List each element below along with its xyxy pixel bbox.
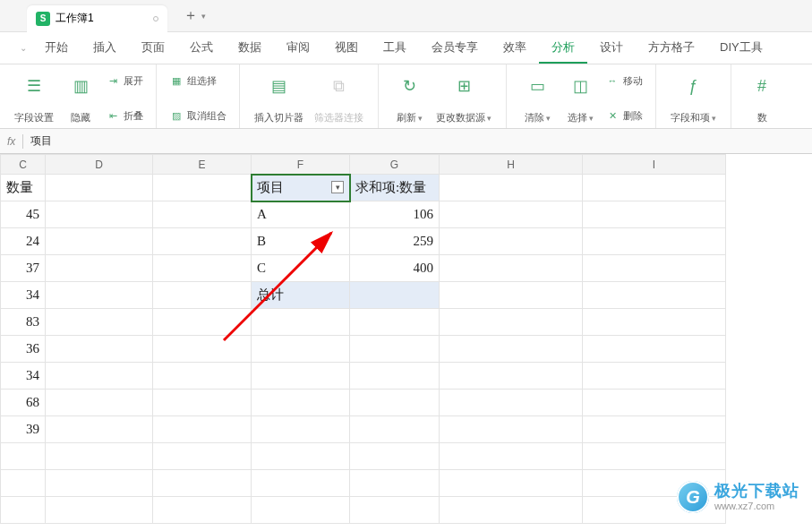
cell[interactable] xyxy=(1,443,46,470)
grid[interactable]: C D E F G H I 数量 项目 ▾ 求和项:数量 45 A 106 24 xyxy=(0,154,812,524)
pivot-row[interactable]: C xyxy=(252,255,350,282)
menu-page[interactable]: 页面 xyxy=(129,39,177,64)
menu-view[interactable]: 视图 xyxy=(322,39,371,64)
menu-member[interactable]: 会员专享 xyxy=(419,39,491,64)
pivot-value-header[interactable]: 求和项:数量 xyxy=(350,175,440,201)
cell[interactable] xyxy=(440,175,583,201)
cell[interactable] xyxy=(583,282,726,309)
cell[interactable] xyxy=(252,309,350,336)
menu-home[interactable]: 开始 xyxy=(32,39,81,64)
cell[interactable] xyxy=(440,309,583,336)
group-select-button[interactable]: ▦组选择 xyxy=(169,73,227,88)
menu-formulas[interactable]: 公式 xyxy=(177,39,226,64)
cell[interactable] xyxy=(46,363,153,390)
cell[interactable] xyxy=(440,390,583,416)
file-menu-icon[interactable]: ⌄ xyxy=(20,43,27,53)
cell[interactable] xyxy=(583,363,726,390)
cell[interactable]: 37 xyxy=(1,255,46,282)
cell[interactable] xyxy=(1,497,46,524)
cell[interactable]: 45 xyxy=(1,201,46,228)
cell[interactable] xyxy=(440,443,583,470)
cell[interactable] xyxy=(153,201,252,228)
cell[interactable] xyxy=(153,497,252,524)
fx-icon[interactable]: fx xyxy=(7,135,15,148)
cell[interactable] xyxy=(350,416,440,443)
cell[interactable]: 34 xyxy=(1,363,46,390)
insert-slicer-button[interactable]: ▤ 插入切片器 xyxy=(249,72,309,124)
cell[interactable] xyxy=(46,175,153,201)
cell[interactable] xyxy=(440,282,583,309)
cell[interactable] xyxy=(440,363,583,390)
cell[interactable] xyxy=(440,255,583,282)
col-header[interactable]: I xyxy=(583,155,726,175)
cell[interactable] xyxy=(46,282,153,309)
cell[interactable] xyxy=(153,363,252,390)
menu-tools[interactable]: 工具 xyxy=(371,39,419,64)
formula-value[interactable]: 项目 xyxy=(30,133,52,149)
pivot-value[interactable]: 400 xyxy=(350,255,440,282)
pivot-value[interactable]: 259 xyxy=(350,228,440,255)
pivot-row[interactable]: A xyxy=(252,201,350,228)
col-header[interactable]: G xyxy=(350,155,440,175)
cell[interactable] xyxy=(252,416,350,443)
col-header[interactable]: F xyxy=(252,155,350,175)
cell[interactable] xyxy=(583,255,726,282)
cell[interactable] xyxy=(440,497,583,524)
cell[interactable] xyxy=(46,443,153,470)
cell[interactable] xyxy=(153,282,252,309)
cell[interactable] xyxy=(46,228,153,255)
select-button[interactable]: ◫ 选择▾ xyxy=(559,72,602,124)
cell[interactable]: 83 xyxy=(1,309,46,336)
cell[interactable] xyxy=(350,309,440,336)
spreadsheet-area[interactable]: C D E F G H I 数量 项目 ▾ 求和项:数量 45 A 106 24 xyxy=(0,154,812,531)
cell[interactable]: 数量 xyxy=(1,175,46,201)
filter-dropdown-icon[interactable]: ▾ xyxy=(331,181,344,193)
menu-insert[interactable]: 插入 xyxy=(81,39,129,64)
cell[interactable] xyxy=(583,175,726,201)
cell[interactable] xyxy=(153,443,252,470)
col-header[interactable]: C xyxy=(1,155,46,175)
cell[interactable] xyxy=(153,228,252,255)
pivot-value[interactable]: 106 xyxy=(350,201,440,228)
cell[interactable]: 36 xyxy=(1,336,46,363)
cell[interactable] xyxy=(350,497,440,524)
cell[interactable] xyxy=(583,201,726,228)
cell[interactable] xyxy=(583,416,726,443)
cell[interactable] xyxy=(440,470,583,497)
move-button[interactable]: ↔移动 xyxy=(605,73,643,88)
number-button[interactable]: # 数 xyxy=(740,72,783,124)
cell[interactable] xyxy=(350,470,440,497)
cell[interactable] xyxy=(440,416,583,443)
cell[interactable] xyxy=(583,336,726,363)
cell[interactable] xyxy=(46,470,153,497)
cell[interactable] xyxy=(153,309,252,336)
delete-button[interactable]: ✕删除 xyxy=(605,108,643,123)
cell[interactable] xyxy=(46,416,153,443)
cell[interactable] xyxy=(153,470,252,497)
col-header[interactable]: D xyxy=(46,155,153,175)
new-tab-button[interactable]: ＋ xyxy=(184,6,198,25)
cell[interactable] xyxy=(153,175,252,201)
menu-diy[interactable]: DIY工具 xyxy=(707,39,775,64)
cell[interactable] xyxy=(153,255,252,282)
menu-design[interactable]: 设计 xyxy=(587,39,636,64)
change-source-button[interactable]: ⊞ 更改数据源▾ xyxy=(431,72,497,124)
ungroup-button[interactable]: ▨取消组合 xyxy=(169,108,227,123)
cell[interactable] xyxy=(46,255,153,282)
cell[interactable] xyxy=(583,390,726,416)
col-header[interactable]: H xyxy=(440,155,583,175)
expand-button[interactable]: ⇥展开 xyxy=(106,73,143,88)
menu-review[interactable]: 审阅 xyxy=(274,39,322,64)
cell[interactable]: 39 xyxy=(1,416,46,443)
cell[interactable] xyxy=(1,470,46,497)
cell[interactable] xyxy=(46,336,153,363)
cell[interactable] xyxy=(153,390,252,416)
menu-analyze[interactable]: 分析 xyxy=(539,39,587,64)
clear-button[interactable]: ▭ 清除▾ xyxy=(516,72,559,124)
cell[interactable] xyxy=(583,309,726,336)
cell[interactable] xyxy=(350,390,440,416)
cell[interactable] xyxy=(252,497,350,524)
hide-button[interactable]: ▥ 隐藏 xyxy=(59,72,102,124)
cell[interactable] xyxy=(440,336,583,363)
cell[interactable] xyxy=(252,443,350,470)
